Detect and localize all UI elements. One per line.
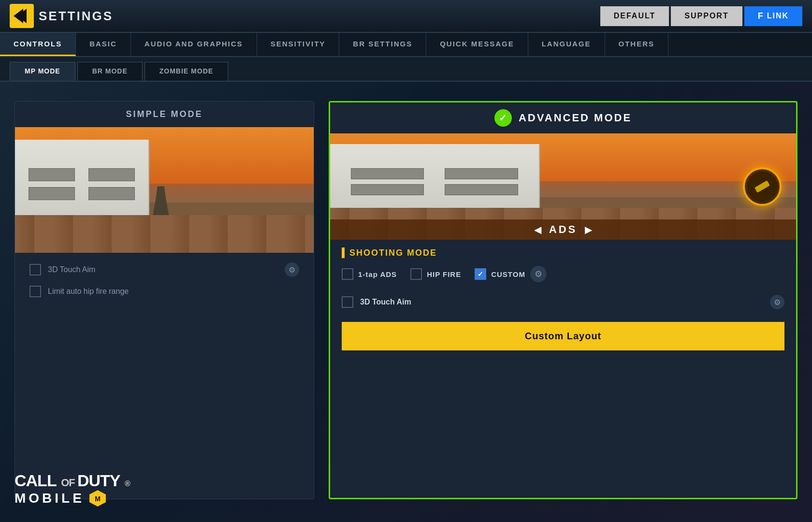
sub-tab-mp-mode[interactable]: MP MODE [10,62,75,81]
tab-controls[interactable]: CONTROLS [0,33,76,56]
link-button[interactable]: f LINK [744,6,802,26]
check-circle-icon: ✓ [494,109,512,127]
section-bar [342,247,345,258]
simple-mode-preview [15,127,314,253]
label-3d-touch-simple: 3D Touch Aim [48,265,278,274]
checkbox-custom[interactable]: ✓ [475,268,486,280]
gear-icon-3d-touch-advanced[interactable]: ⚙ [770,295,784,309]
label-1tap-ads: 1-tap ADS [358,270,397,278]
option-hip-fire: HIP FIRE [410,268,461,280]
ads-bar: ◀ ADS ▶ [330,219,796,240]
gear-icon-3d-touch-simple[interactable]: ⚙ [285,262,299,277]
vent-2 [29,187,75,200]
advanced-mode-card: ✓ ADVANCED MODE ◀ ADS ▶ [329,101,798,499]
logo-area: SETTINGS [10,4,113,28]
settings-title: SETTINGS [39,9,113,24]
tab-basic[interactable]: BASIC [76,33,131,56]
cod-subtitle: MOBILE M [14,489,130,508]
vent-4 [88,187,135,200]
advanced-mode-preview: ◀ ADS ▶ [330,133,796,240]
aim-indicator [743,167,782,206]
cod-title-text: CALL OF DUTY ® [14,471,130,489]
content-area: SIMPLE MODE [0,82,812,519]
checkbox-1tap-ads[interactable] [342,268,353,280]
header-buttons: DEFAULT SUPPORT f LINK [600,6,802,26]
label-3d-touch-advanced: 3D Touch Aim [360,298,763,306]
custom-layout-button[interactable]: Custom Layout [342,322,784,350]
checkbox-3d-touch-simple[interactable] [29,264,41,276]
sub-tab-br-mode[interactable]: BR MODE [77,62,143,81]
ads-arrow-right: ▶ [585,224,592,235]
label-limit-hip: Limit auto hip fire range [48,287,299,296]
gear-icon-custom[interactable]: ⚙ [530,266,547,282]
vent-1 [29,168,75,181]
option-custom: ✓ CUSTOM ⚙ [475,266,547,282]
vent-3 [88,168,135,181]
adv-vent-1 [351,168,424,179]
label-hip-fire: HIP FIRE [427,270,461,278]
tab-audio-graphics[interactable]: AUDIO AND GRAPHICS [131,33,257,56]
aim-bullet [754,180,770,192]
app-logo-icon [10,4,34,28]
advanced-mode-title: ADVANCED MODE [519,112,632,124]
adv-vent-2 [351,184,424,195]
option-3d-touch-advanced: 3D Touch Aim ⚙ [330,290,796,314]
option-3d-touch-simple: 3D Touch Aim ⚙ [29,262,299,277]
tab-others[interactable]: OTHERS [605,33,669,56]
sub-tabs: MP MODE BR MODE ZOMBIE MODE [0,57,812,82]
default-button[interactable]: DEFAULT [600,6,669,26]
simple-mode-title: SIMPLE MODE [15,102,314,127]
link-label: LINK [767,12,789,20]
facebook-icon: f [758,11,764,21]
shooting-options: 1-tap ADS HIP FIRE ✓ CUSTOM ⚙ [342,266,784,282]
adv-vent-3 [445,168,518,179]
support-button[interactable]: SUPPORT [671,6,742,26]
sub-tab-zombie-mode[interactable]: ZOMBIE MODE [145,62,228,81]
ground-planks [15,215,314,253]
svg-text:M: M [95,495,101,503]
scene-wrapper-simple [15,127,314,253]
ads-arrow-left: ◀ [534,224,541,235]
soldier-silhouette [152,186,169,218]
cod-logo: CALL OF DUTY ® MOBILE M [14,471,130,508]
mobile-text: MOBILE [14,491,85,506]
tab-quick-message[interactable]: QUICK MESSAGE [426,33,528,56]
section-label-shooting: SHOOTING MODE [342,247,784,258]
duty-text: DUTY [77,471,120,490]
simple-mode-options: 3D Touch Aim ⚙ Limit auto hip fire range [15,253,314,307]
label-custom: CUSTOM [491,270,525,278]
tab-br-settings[interactable]: BR SETTINGS [339,33,426,56]
tab-language[interactable]: LANGUAGE [528,33,605,56]
header: SETTINGS DEFAULT SUPPORT f LINK [0,0,812,33]
checkbox-limit-hip[interactable] [29,286,41,297]
simple-mode-card: SIMPLE MODE [14,101,314,499]
option-1tap-ads: 1-tap ADS [342,268,397,280]
of-text: OF [61,477,77,489]
shooting-mode-section: SHOOTING MODE 1-tap ADS HIP FIRE ✓ CUSTO… [330,240,796,290]
registered-text: ® [125,479,130,488]
option-limit-hip: Limit auto hip fire range [29,286,299,297]
advanced-title-bar: ✓ ADVANCED MODE [330,102,796,133]
main-tabs: CONTROLS BASIC AUDIO AND GRAPHICS SENSIT… [0,33,812,57]
cod-emblem-icon: M [88,489,107,508]
ads-label: ADS [549,223,577,236]
tab-sensitivity[interactable]: SENSITIVITY [257,33,340,56]
checkbox-hip-fire[interactable] [410,268,422,280]
shooting-mode-title: SHOOTING MODE [349,248,437,258]
checkbox-3d-touch-advanced[interactable] [342,296,353,308]
call-text: CALL [14,471,57,490]
adv-vent-4 [445,184,518,195]
